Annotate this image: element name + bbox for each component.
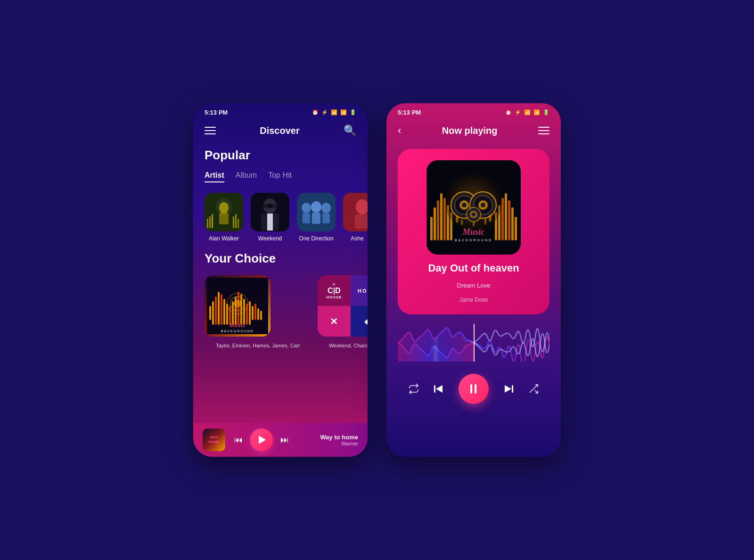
choice-item-1[interactable]: Music BACKGROUND Taylor, Eminen, Hames, … xyxy=(205,275,311,352)
choice-label-1: Taylor, Eminen, Hames, James, Carl xyxy=(205,339,311,352)
battery-icon: 🔋 xyxy=(350,109,356,115)
svg-rect-71 xyxy=(515,217,517,240)
acid-icon: ✕ xyxy=(318,306,351,337)
svg-point-90 xyxy=(484,218,486,225)
svg-point-77 xyxy=(462,203,467,207)
svg-rect-69 xyxy=(508,200,510,240)
svg-rect-5 xyxy=(207,219,208,228)
next-button[interactable] xyxy=(502,382,515,395)
mini-track-info: Way to home Warner xyxy=(297,434,358,446)
nowplaying-page-title: Now playing xyxy=(442,125,498,136)
search-icon[interactable]: 🔍 xyxy=(344,124,356,137)
track-title: Day Out of heaven xyxy=(428,262,519,274)
yourchoice-heading: Your Choice xyxy=(193,247,368,270)
svg-point-19 xyxy=(302,203,311,213)
svg-rect-20 xyxy=(303,213,310,223)
wifi-icon: 📶 xyxy=(331,109,337,115)
nowplaying-phone: 5:13 PM ⏰ ⚡ 📶 📶 🔋 ‹ Now playing xyxy=(386,103,561,457)
pause-button[interactable] xyxy=(459,374,489,404)
mini-next-button[interactable]: ⏭ xyxy=(280,435,289,445)
artist-tabs: Artist Album Top Hit xyxy=(193,166,368,187)
alarm-icon: ⏰ xyxy=(312,109,319,115)
menu-button[interactable] xyxy=(205,127,216,134)
mini-play-button[interactable] xyxy=(250,428,273,451)
bluetooth-icon-2: ⚡ xyxy=(515,109,521,115)
svg-marker-93 xyxy=(436,385,443,393)
artist-card-onedirection[interactable]: One Direction xyxy=(297,193,336,242)
holo-label: HOLO xyxy=(351,275,368,306)
artist-img-onedirection xyxy=(297,193,336,231)
svg-point-89 xyxy=(473,222,475,226)
svg-text:BACKGROUND: BACKGROUND xyxy=(221,329,254,333)
artist-name-alan: Alan Walker xyxy=(209,235,239,242)
waveform-display xyxy=(398,324,549,362)
artist-img-alan xyxy=(205,193,243,231)
svg-rect-70 xyxy=(511,207,514,240)
player-controls xyxy=(386,366,561,418)
svg-rect-68 xyxy=(505,193,507,240)
svg-point-50 xyxy=(234,300,241,307)
tab-artist[interactable]: Artist xyxy=(205,171,224,182)
battery-icon-2: 🔋 xyxy=(543,109,549,115)
svg-rect-94 xyxy=(512,385,513,393)
mini-player-controls: ⏮ ⏭ xyxy=(231,428,292,451)
svg-point-84 xyxy=(472,213,475,216)
mini-track-title: Way to home xyxy=(297,434,358,441)
signal-icon-2: 📶 xyxy=(533,109,540,115)
page-title: Discover xyxy=(260,125,300,136)
svg-rect-44 xyxy=(252,306,254,320)
artist-img-ashe xyxy=(343,193,368,231)
svg-point-87 xyxy=(456,215,459,223)
svg-rect-31 xyxy=(215,296,217,325)
svg-rect-30 xyxy=(212,301,214,325)
bluetooth-icon: ⚡ xyxy=(321,109,328,115)
svg-marker-95 xyxy=(505,385,511,393)
acid-label: A C|D HOUSE xyxy=(318,275,351,306)
signal-icon: 📶 xyxy=(340,109,347,115)
repeat-button[interactable] xyxy=(408,383,419,395)
tab-tophit[interactable]: Top Hit xyxy=(268,171,292,182)
artist-img-weekend xyxy=(251,193,289,231)
status-bar-nowplaying: 5:13 PM ⏰ ⚡ 📶 📶 🔋 xyxy=(386,103,561,120)
svg-text:Music: Music xyxy=(229,322,246,329)
popular-heading: Popular xyxy=(193,144,368,166)
wifi-icon-2: 📶 xyxy=(524,109,531,115)
mini-track-artist: Warner xyxy=(297,441,358,446)
svg-rect-29 xyxy=(209,306,211,320)
back-button[interactable]: ‹ xyxy=(398,124,401,137)
discover-header: Discover 🔍 xyxy=(193,120,368,144)
tab-album[interactable]: Album xyxy=(236,171,257,182)
nowplaying-menu-button[interactable] xyxy=(538,127,549,134)
playhead xyxy=(474,324,475,362)
shuffle-button[interactable] xyxy=(528,383,539,395)
artist-name-onedirection: One Direction xyxy=(299,235,333,242)
time-discover: 5:13 PM xyxy=(205,109,228,116)
choice-card-1[interactable]: Music BACKGROUND xyxy=(205,275,270,337)
artist-card-ashe[interactable]: Ashe xyxy=(343,193,368,242)
track-subtitle: Dream Love xyxy=(457,282,491,289)
svg-rect-58 xyxy=(430,217,433,240)
svg-point-16 xyxy=(264,204,268,208)
mini-album-art: WAYHOME xyxy=(203,428,225,451)
svg-rect-60 xyxy=(437,200,439,240)
mini-prev-button[interactable]: ⏮ xyxy=(234,435,243,445)
play-triangle-icon xyxy=(259,436,266,444)
svg-rect-14 xyxy=(267,214,273,231)
svg-rect-59 xyxy=(434,207,436,240)
artist-list: Alan Walker xyxy=(193,187,368,247)
svg-rect-43 xyxy=(249,301,251,325)
svg-text:BACKGROUND: BACKGROUND xyxy=(455,239,492,242)
choice-card-2[interactable]: A C|D HOUSE HOLO ✕ ◈ xyxy=(318,275,368,337)
artist-card-weekend[interactable]: Weekend xyxy=(251,193,289,242)
pause-icon xyxy=(470,384,476,394)
svg-rect-8 xyxy=(233,216,234,228)
nowplaying-header: ‹ Now playing xyxy=(386,120,561,144)
album-art-card: Music BACKGROUND Day Out of heaven Dream… xyxy=(398,149,549,314)
prev-button[interactable] xyxy=(432,382,445,395)
artist-card-alan[interactable]: Alan Walker xyxy=(205,193,243,242)
choice-item-2[interactable]: A C|D HOUSE HOLO ✕ ◈ xyxy=(318,275,368,352)
svg-rect-22 xyxy=(312,213,320,224)
status-bar-discover: 5:13 PM ⏰ ⚡ 📶 📶 🔋 xyxy=(193,103,368,120)
svg-rect-6 xyxy=(209,216,211,228)
svg-point-88 xyxy=(461,220,463,225)
